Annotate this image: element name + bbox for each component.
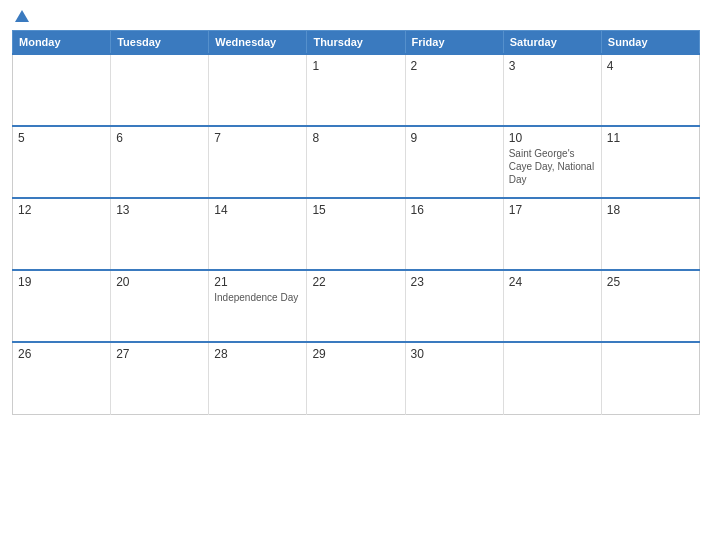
- weekday-header: Sunday: [601, 31, 699, 55]
- calendar-cell: 10Saint George's Caye Day, National Day: [503, 126, 601, 198]
- day-number: 25: [607, 275, 694, 289]
- calendar-cell: 28: [209, 342, 307, 414]
- calendar-week-row: 5678910Saint George's Caye Day, National…: [13, 126, 700, 198]
- calendar-table: MondayTuesdayWednesdayThursdayFridaySatu…: [12, 30, 700, 415]
- day-number: 12: [18, 203, 105, 217]
- weekday-header: Friday: [405, 31, 503, 55]
- calendar-cell: 17: [503, 198, 601, 270]
- header: [12, 10, 700, 22]
- calendar-cell: 1: [307, 54, 405, 126]
- day-number: 18: [607, 203, 694, 217]
- calendar-cell: 15: [307, 198, 405, 270]
- calendar-week-row: 192021Independence Day22232425: [13, 270, 700, 342]
- calendar-cell: 19: [13, 270, 111, 342]
- day-number: 11: [607, 131, 694, 145]
- day-number: 4: [607, 59, 694, 73]
- day-number: 17: [509, 203, 596, 217]
- event-text: Saint George's Caye Day, National Day: [509, 148, 594, 185]
- day-number: 6: [116, 131, 203, 145]
- day-number: 14: [214, 203, 301, 217]
- weekday-header: Tuesday: [111, 31, 209, 55]
- day-number: 26: [18, 347, 105, 361]
- weekday-header: Thursday: [307, 31, 405, 55]
- calendar-cell: 11: [601, 126, 699, 198]
- logo-triangle-icon: [15, 10, 29, 22]
- calendar-cell: 4: [601, 54, 699, 126]
- day-number: 24: [509, 275, 596, 289]
- calendar-cell: 26: [13, 342, 111, 414]
- day-number: 10: [509, 131, 596, 145]
- calendar-cell: 18: [601, 198, 699, 270]
- weekday-header: Saturday: [503, 31, 601, 55]
- day-number: 22: [312, 275, 399, 289]
- day-number: 13: [116, 203, 203, 217]
- calendar-cell: 16: [405, 198, 503, 270]
- day-number: 29: [312, 347, 399, 361]
- day-number: 28: [214, 347, 301, 361]
- logo: [12, 10, 32, 22]
- calendar-cell: [503, 342, 601, 414]
- day-number: 27: [116, 347, 203, 361]
- calendar-cell: 2: [405, 54, 503, 126]
- calendar-cell: 12: [13, 198, 111, 270]
- day-number: 23: [411, 275, 498, 289]
- day-number: 9: [411, 131, 498, 145]
- day-number: 1: [312, 59, 399, 73]
- calendar-cell: 6: [111, 126, 209, 198]
- page: MondayTuesdayWednesdayThursdayFridaySatu…: [0, 0, 712, 550]
- calendar-cell: 29: [307, 342, 405, 414]
- calendar-cell: 25: [601, 270, 699, 342]
- day-number: 3: [509, 59, 596, 73]
- calendar-cell: 3: [503, 54, 601, 126]
- calendar-week-row: 12131415161718: [13, 198, 700, 270]
- day-number: 8: [312, 131, 399, 145]
- calendar-cell: [209, 54, 307, 126]
- calendar-cell: 9: [405, 126, 503, 198]
- calendar-week-row: 1234: [13, 54, 700, 126]
- weekday-header: Monday: [13, 31, 111, 55]
- day-number: 7: [214, 131, 301, 145]
- day-number: 16: [411, 203, 498, 217]
- day-number: 19: [18, 275, 105, 289]
- calendar-cell: [601, 342, 699, 414]
- calendar-cell: 24: [503, 270, 601, 342]
- weekday-header-row: MondayTuesdayWednesdayThursdayFridaySatu…: [13, 31, 700, 55]
- calendar-cell: 21Independence Day: [209, 270, 307, 342]
- calendar-cell: 5: [13, 126, 111, 198]
- calendar-cell: 22: [307, 270, 405, 342]
- weekday-header: Wednesday: [209, 31, 307, 55]
- calendar-cell: 20: [111, 270, 209, 342]
- event-text: Independence Day: [214, 292, 298, 303]
- calendar-cell: 7: [209, 126, 307, 198]
- day-number: 15: [312, 203, 399, 217]
- calendar-week-row: 2627282930: [13, 342, 700, 414]
- calendar-cell: [111, 54, 209, 126]
- calendar-cell: [13, 54, 111, 126]
- calendar-cell: 30: [405, 342, 503, 414]
- calendar-cell: 23: [405, 270, 503, 342]
- day-number: 30: [411, 347, 498, 361]
- calendar-cell: 8: [307, 126, 405, 198]
- calendar-cell: 14: [209, 198, 307, 270]
- calendar-cell: 27: [111, 342, 209, 414]
- calendar-cell: 13: [111, 198, 209, 270]
- day-number: 2: [411, 59, 498, 73]
- day-number: 21: [214, 275, 301, 289]
- day-number: 5: [18, 131, 105, 145]
- day-number: 20: [116, 275, 203, 289]
